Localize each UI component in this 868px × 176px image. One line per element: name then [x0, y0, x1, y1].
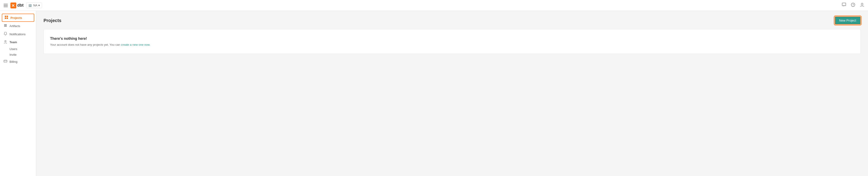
sidebar-projects-label: Projects [10, 16, 22, 20]
dbt-logo-icon: ✕ [10, 2, 16, 8]
workspace-icon: 🏢 [28, 4, 32, 7]
svg-rect-7 [7, 16, 8, 17]
top-nav: ✕ dbt 🏢 NA ▾ ? [0, 0, 868, 11]
sidebar-item-artifacts[interactable]: Artifacts [0, 22, 36, 30]
sidebar: Projects Artifacts Notifications [0, 11, 36, 176]
user-icon[interactable] [860, 2, 864, 8]
svg-rect-2 [842, 3, 846, 6]
svg-rect-11 [4, 25, 7, 26]
sidebar-billing-label: Billing [9, 60, 18, 64]
card-icon [4, 59, 7, 64]
svg-rect-12 [4, 26, 7, 27]
grid-icon [4, 16, 8, 20]
svg-point-5 [861, 3, 863, 5]
sidebar-item-billing[interactable]: Billing [0, 57, 36, 66]
svg-text:?: ? [852, 3, 854, 7]
svg-text:✕: ✕ [11, 3, 15, 8]
menu-button[interactable] [4, 4, 8, 7]
person-icon [4, 40, 7, 44]
sidebar-artifacts-label: Artifacts [9, 24, 20, 28]
bell-icon [4, 32, 7, 36]
empty-state-description: Your account does not have any projects … [50, 43, 854, 46]
svg-point-13 [5, 41, 6, 42]
svg-rect-6 [5, 16, 6, 17]
sidebar-item-projects[interactable]: Projects [2, 14, 34, 22]
sidebar-invite-label: Invite [9, 53, 17, 56]
sidebar-team-label: Team [9, 41, 17, 44]
empty-state-prefix: Your account does not have any projects … [50, 43, 121, 46]
sidebar-section-team: Team [0, 38, 36, 46]
svg-rect-10 [4, 24, 7, 25]
nav-left: ✕ dbt 🏢 NA ▾ [4, 2, 42, 8]
page-title: Projects [43, 18, 61, 23]
sidebar-users-label: Users [9, 47, 17, 51]
svg-rect-9 [7, 18, 8, 19]
create-new-link[interactable]: create a new one now. [121, 43, 150, 46]
svg-rect-14 [4, 60, 7, 62]
empty-state-title: There's nothing here! [50, 36, 854, 41]
dbt-logo-text: dbt [17, 3, 24, 8]
sidebar-item-users[interactable]: Users [0, 46, 36, 52]
workspace-name: NA [33, 4, 37, 7]
layout: Projects Artifacts Notifications [0, 11, 868, 176]
sidebar-notifications-label: Notifications [9, 32, 26, 36]
svg-rect-8 [5, 18, 6, 19]
layers-icon [4, 24, 7, 28]
new-project-button[interactable]: New Project [835, 16, 861, 25]
page-header: Projects New Project [43, 16, 861, 25]
main-content: Projects New Project There's nothing her… [36, 11, 868, 176]
sidebar-item-invite[interactable]: Invite [0, 52, 36, 57]
nav-right: ? [842, 2, 864, 8]
workspace-chevron: ▾ [38, 4, 40, 7]
dbt-logo: ✕ dbt [10, 2, 24, 8]
empty-state-card: There's nothing here! Your account does … [43, 29, 861, 54]
workspace-selector[interactable]: 🏢 NA ▾ [26, 2, 42, 8]
sidebar-item-notifications[interactable]: Notifications [0, 30, 36, 38]
help-icon[interactable]: ? [851, 2, 855, 8]
chat-icon[interactable] [842, 2, 846, 8]
